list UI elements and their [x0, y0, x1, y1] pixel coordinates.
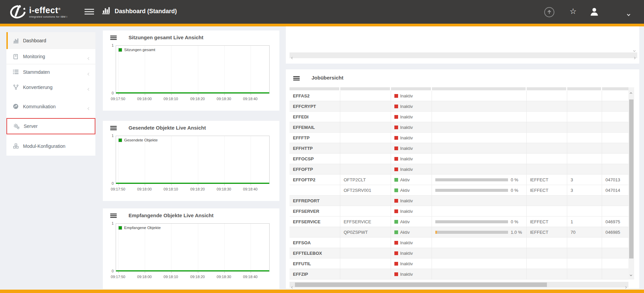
job-status-cell: Inaktiv	[391, 154, 432, 164]
job-table-row[interactable]: EFFOCSPInaktiv	[290, 154, 628, 164]
scroll-up-icon[interactable]	[630, 90, 632, 96]
x-axis-tick-label: 09:18:30	[214, 275, 234, 279]
menu-icon[interactable]	[85, 9, 94, 15]
axis-tick	[224, 94, 225, 95]
scrollbar-thumb[interactable]	[295, 283, 547, 287]
job-cpu-cell	[432, 164, 527, 174]
job-id-cell: EFFSERVICE	[340, 217, 391, 227]
job-status-cell: Aktiv	[391, 227, 432, 237]
status-inactive-icon	[394, 251, 398, 255]
job-table-row[interactable]: EFFSERVERInaktiv	[290, 206, 628, 217]
scroll-down-icon[interactable]	[630, 271, 632, 277]
axis-tick	[145, 184, 145, 185]
job-number-cell	[602, 258, 628, 269]
scroll-left-icon[interactable]	[292, 284, 293, 290]
job-table-row[interactable]: EFFZIPInaktiv	[290, 269, 628, 279]
sidebar-item-stammdaten[interactable]: Stammdaten	[6, 64, 95, 80]
bar-chart-icon	[101, 6, 110, 16]
job-id-cell	[340, 112, 391, 122]
scroll-right-icon[interactable]	[625, 284, 626, 290]
vertical-scrollbar[interactable]	[628, 87, 634, 279]
job-number-cell	[602, 112, 628, 122]
axis-tick	[118, 94, 119, 95]
job-number-cell	[602, 238, 628, 248]
job-name-cell: EFFOFTP	[290, 164, 340, 174]
sidebar-item-monitoring[interactable]: Monitoring	[6, 49, 95, 64]
panel-menu-icon[interactable]	[110, 126, 117, 130]
user-icon[interactable]	[589, 7, 599, 18]
job-table-row[interactable]: EFFREPORTInaktiv	[290, 196, 628, 206]
sidebar-item-kommunikation[interactable]: Kommunikation	[6, 99, 95, 114]
status-active-icon	[394, 220, 398, 224]
axis-tick	[251, 184, 251, 185]
sidebar-item-server[interactable]: Server	[6, 118, 95, 134]
axis-tick	[171, 272, 171, 273]
chevron-down-icon[interactable]	[634, 47, 635, 53]
job-table-row[interactable]: OFT2SRV001Aktiv0 %IEFFECT3047014	[290, 185, 628, 196]
job-user-cell	[527, 122, 567, 132]
job-table-row[interactable]: EFFSERVICEEFFSERVICEAktiv0 %IEFFECT10469…	[290, 217, 628, 227]
y-axis-min-label: 0	[106, 91, 114, 95]
panel-menu-icon[interactable]	[293, 76, 300, 80]
cpu-percent-label: 0 %	[511, 177, 518, 182]
table-header-cell	[340, 87, 391, 90]
legend-swatch-icon	[118, 138, 122, 142]
job-count-cell	[567, 154, 602, 164]
status-label: Aktiv	[400, 230, 410, 235]
job-table-row[interactable]: EFFFTPInaktiv	[290, 133, 628, 143]
job-status-cell: Inaktiv	[391, 238, 432, 248]
job-table-row[interactable]: EFFCRYPTInaktiv	[290, 101, 628, 112]
panel-menu-icon[interactable]	[110, 36, 117, 40]
scroll-left-icon[interactable]	[292, 54, 293, 60]
job-cpu-cell	[432, 112, 527, 122]
job-table-row[interactable]: EFFEDIInaktiv	[290, 112, 628, 122]
job-table-row[interactable]: EFFOFTPInaktiv	[290, 164, 628, 175]
scrollbar-thumb[interactable]	[629, 99, 634, 258]
status-active-icon	[394, 188, 398, 192]
scroll-right-icon[interactable]	[634, 54, 635, 60]
legend-label: Sitzungen gesamt	[124, 48, 155, 52]
sidebar-item-konvertierung[interactable]: Konvertierung	[6, 80, 95, 95]
table-header-cell	[567, 87, 602, 90]
live-chart-panel: Sitzungen gesamt Live Ansicht10Sitzungen…	[103, 30, 279, 111]
status-label: Inaktiv	[400, 209, 413, 214]
job-table-row[interactable]: QP0ZSPWTAktiv1.0 %IEFFECT70046985	[290, 227, 628, 238]
horizontal-scrollbar[interactable]	[290, 52, 637, 58]
upload-circle-icon[interactable]	[544, 7, 554, 17]
star-icon[interactable]: ☆	[570, 7, 577, 15]
panel-menu-icon[interactable]	[110, 213, 117, 218]
job-table-row[interactable]: EFFTELEBOXInaktiv	[290, 248, 628, 258]
job-table-row[interactable]: EFFAS2Inaktiv	[290, 91, 628, 101]
job-id-cell: QP0ZSPWT	[340, 227, 391, 237]
job-number-cell: 046985	[602, 227, 628, 237]
horizontal-scrollbar[interactable]	[290, 282, 628, 288]
status-label: Inaktiv	[400, 93, 413, 98]
job-name-cell: EFFOFTP2	[290, 175, 340, 185]
job-count-cell: 1	[567, 217, 602, 227]
job-count-cell	[567, 133, 602, 143]
table-header-cell	[602, 87, 628, 90]
job-user-cell	[527, 154, 567, 164]
job-table-row[interactable]: EFFSOAInaktiv	[290, 238, 628, 248]
job-status-cell: Inaktiv	[391, 122, 432, 132]
job-table-row[interactable]: EFFUTILInaktiv	[290, 258, 628, 269]
sidebar-item-label: Monitoring	[23, 54, 45, 59]
job-count-cell	[567, 269, 602, 279]
job-count-cell	[567, 101, 602, 111]
job-name-cell	[290, 227, 340, 237]
job-number-cell: 047013	[602, 175, 628, 185]
status-inactive-icon	[394, 167, 398, 171]
sidebar-item-dashboard[interactable]: Dashboard	[6, 32, 95, 49]
sidebar-item-label: Server	[24, 123, 38, 129]
job-id-cell	[340, 238, 391, 248]
job-table-row[interactable]: EFFEMAILInaktiv	[290, 122, 628, 133]
chevron-down-icon[interactable]	[627, 11, 630, 17]
job-name-cell: EFFEDI	[290, 112, 340, 122]
gears-icon	[13, 123, 20, 129]
status-label: Inaktiv	[400, 146, 413, 151]
sidebar: DashboardMonitoringStammdatenKonvertieru…	[6, 32, 95, 156]
legend-swatch-icon	[118, 226, 122, 230]
sidebar-item-modul-konfiguration[interactable]: Modul-Konfiguration	[6, 138, 95, 154]
job-table-row[interactable]: EFFOFTP2OFTP2CLTAktiv0 %IEFFECT3047013	[290, 175, 628, 185]
job-table-row[interactable]: EFFHTTPInaktiv	[290, 143, 628, 154]
